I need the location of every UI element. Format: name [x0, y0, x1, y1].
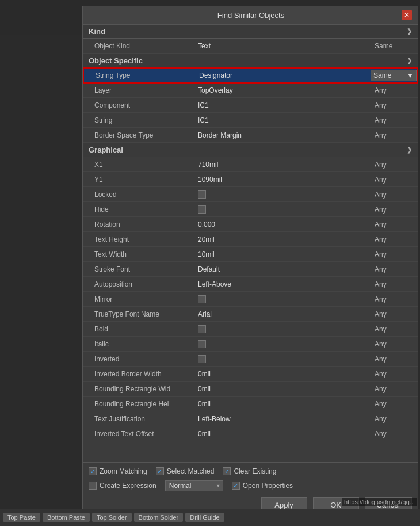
checkbox-create-expression[interactable]: [89, 482, 97, 490]
row-italic: Italic Any: [83, 337, 418, 352]
footer-row-1: Zoom Matching Select Matched Clear Exist…: [89, 467, 412, 475]
match-italic: Any: [372, 338, 418, 350]
checkbox-mirror[interactable]: [198, 295, 206, 303]
row-bounding-rect-height: Bounding Rectangle Hei 0mil Any: [83, 397, 418, 411]
match-text-width: Any: [372, 249, 418, 260]
normal-select[interactable]: Normal All Matching Any Matching: [165, 480, 223, 491]
checkbox-inverted[interactable]: [198, 355, 206, 363]
label-autoposition: Autoposition: [83, 279, 195, 290]
row-hide: Hide Any: [83, 202, 418, 217]
tab-top-paste[interactable]: Top Paste: [3, 513, 40, 522]
label-clear-existing: Clear Existing: [234, 467, 276, 475]
checkbox-item-select-matched[interactable]: Select Matched: [156, 467, 215, 475]
label-string: String: [83, 115, 195, 126]
checkbox-cell-hide: [195, 204, 372, 215]
label-truetype-font: TrueType Font Name: [83, 308, 195, 320]
match-string: Any: [372, 115, 418, 126]
close-button[interactable]: ✕: [402, 10, 412, 20]
label-hide: Hide: [83, 204, 195, 215]
checkbox-cell-mirror: [195, 294, 372, 305]
match-truetype-font: Any: [372, 308, 418, 320]
row-inverted: Inverted Any: [83, 352, 418, 367]
label-inverted-text-offset: Inverted Text Offset: [83, 428, 195, 440]
checkbox-item-create-expression[interactable]: Create Expression: [89, 482, 156, 490]
checkbox-select-matched[interactable]: [156, 467, 164, 475]
row-text-width: Text Width 10mil Any: [83, 247, 418, 262]
match-hide: Any: [372, 204, 418, 215]
label-text-height: Text Height: [83, 234, 195, 245]
checkbox-bold[interactable]: [198, 325, 206, 333]
checkbox-locked[interactable]: [198, 190, 206, 199]
label-x1: X1: [83, 159, 195, 170]
match-bounding-rect-height: Any: [372, 398, 418, 410]
row-bounding-rect-width: Bounding Rectangle Wid 0mil Any: [83, 382, 418, 397]
dialog-body: Kind ❯ Object Kind Text Same Object Spec…: [83, 24, 418, 462]
tab-drill-guide[interactable]: Drill Guide: [185, 513, 224, 522]
value-string-type: Designator: [196, 70, 371, 81]
section-kind-chevron[interactable]: ❯: [407, 28, 412, 35]
checkbox-zoom-matching[interactable]: [89, 467, 97, 475]
match-text-height: Any: [372, 234, 418, 245]
match-stroke-font: Any: [372, 264, 418, 275]
row-inverted-border-width: Inverted Border Width 0mil Any: [83, 367, 418, 382]
row-bold: Bold Any: [83, 322, 418, 337]
row-layer: Layer TopOverlay Any: [83, 83, 418, 98]
row-component: Component IC1 Any: [83, 98, 418, 113]
checkbox-clear-existing[interactable]: [223, 467, 231, 475]
value-text-width: 10mil: [195, 249, 372, 260]
match-object-kind: Same: [372, 40, 418, 52]
match-bounding-rect-width: Any: [372, 383, 418, 395]
value-rotation: 0.000: [195, 219, 372, 230]
section-kind: Kind ❯: [83, 24, 418, 39]
tab-bottom-paste[interactable]: Bottom Paste: [43, 513, 90, 522]
checkbox-item-open-properties[interactable]: Open Properties: [232, 482, 293, 490]
row-text-justification: Text Justification Left-Below Any: [83, 411, 418, 426]
tab-bottom-solder[interactable]: Bottom Solder: [134, 513, 184, 522]
match-string-type-select[interactable]: Same ▼: [371, 70, 417, 81]
match-autoposition: Any: [372, 279, 418, 290]
section-kind-label: Kind: [89, 27, 105, 36]
label-border-space-type: Border Space Type: [83, 129, 195, 141]
section-graphical-chevron[interactable]: ❯: [407, 146, 412, 154]
label-object-kind: Object Kind: [83, 40, 195, 52]
label-stroke-font: Stroke Font: [83, 264, 195, 275]
footer-row-2: Create Expression Normal All Matching An…: [89, 480, 412, 491]
match-border-space-type: Any: [372, 129, 418, 141]
checkbox-item-clear-existing[interactable]: Clear Existing: [223, 467, 276, 475]
section-object-specific-chevron[interactable]: ❯: [407, 57, 412, 64]
row-stroke-font: Stroke Font Default Any: [83, 262, 418, 277]
row-x1: X1 710mil Any: [83, 157, 418, 172]
row-mirror: Mirror Any: [83, 292, 418, 307]
bottom-tabs-bar: Top Paste Bottom Paste Top Solder Bottom…: [0, 509, 420, 526]
match-rotation: Any: [372, 219, 418, 230]
match-x1: Any: [372, 159, 418, 170]
tab-top-solder[interactable]: Top Solder: [92, 513, 132, 522]
checkbox-cell-locked: [195, 189, 372, 200]
checkbox-italic[interactable]: [198, 340, 206, 348]
label-text-width: Text Width: [83, 249, 195, 260]
row-text-height: Text Height 20mil Any: [83, 232, 418, 247]
normal-select-wrapper: Normal All Matching Any Matching: [165, 480, 223, 491]
label-layer: Layer: [83, 85, 195, 96]
value-bounding-rect-height: 0mil: [195, 398, 372, 410]
checkbox-cell-bold: [195, 323, 372, 335]
match-text-justification: Any: [372, 413, 418, 425]
checkbox-hide[interactable]: [198, 205, 206, 214]
checkbox-open-properties[interactable]: [232, 482, 240, 490]
match-inverted-border-width: Any: [372, 368, 418, 380]
label-open-properties: Open Properties: [243, 482, 293, 490]
label-mirror: Mirror: [83, 294, 195, 305]
dialog-titlebar: Find Similar Objects ✕: [83, 6, 418, 24]
checkbox-item-zoom-matching[interactable]: Zoom Matching: [89, 467, 147, 475]
value-truetype-font: Arial: [195, 308, 372, 320]
match-layer: Any: [372, 85, 418, 96]
value-autoposition: Left-Above: [195, 279, 372, 290]
label-locked: Locked: [83, 189, 195, 200]
value-text-height: 20mil: [195, 234, 372, 245]
row-string-type: String Type Designator Same ▼: [83, 68, 418, 83]
value-inverted-text-offset: 0mil: [195, 428, 372, 440]
match-component: Any: [372, 100, 418, 111]
row-locked: Locked Any: [83, 187, 418, 202]
label-bounding-rect-height: Bounding Rectangle Hei: [83, 398, 195, 410]
label-bold: Bold: [83, 323, 195, 335]
